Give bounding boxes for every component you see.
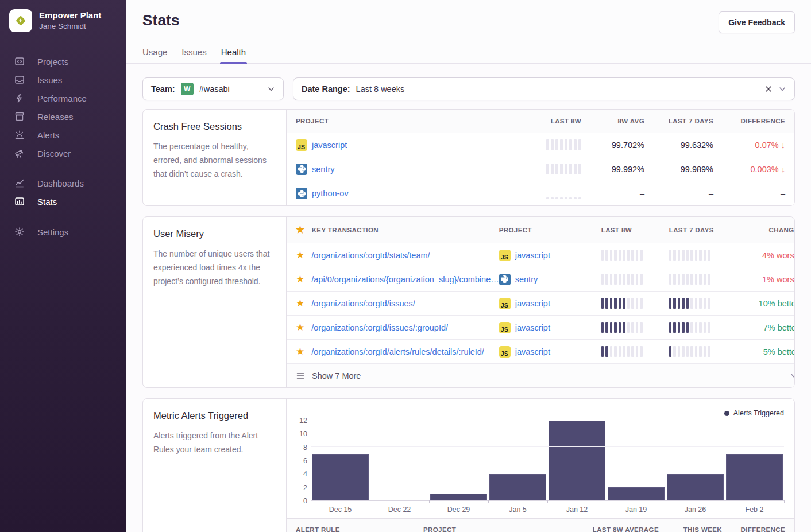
sidebar-item-stats[interactable]: Stats — [0, 193, 126, 210]
sidebar-item-label: Settings — [37, 227, 68, 237]
legend-dot-icon — [724, 411, 729, 416]
project-name: javascript — [312, 141, 347, 150]
team-select[interactable]: Team: W #wasabi — [142, 77, 284, 100]
project-name: javascript — [515, 299, 550, 308]
sidebar-item-label: Dashboards — [37, 178, 84, 188]
filter-row: Team: W #wasabi Date Range: Last 8 weeks — [142, 77, 795, 100]
key-transaction-star-icon[interactable]: ★ — [296, 250, 304, 260]
sidebar-item-discover[interactable]: Discover — [0, 145, 126, 162]
nav-divider-gap — [0, 211, 126, 222]
chart-plot-area — [311, 421, 784, 501]
column-project: PROJECT — [296, 118, 512, 125]
platform-icon: JS — [499, 274, 511, 285]
sidebar-item-performance[interactable]: Performance — [0, 90, 126, 107]
key-transaction-star-icon[interactable]: ★ — [296, 347, 304, 356]
crash-free-description: Crash Free Sessions The percentage of he… — [143, 110, 287, 205]
sparkline-last8w — [601, 346, 669, 357]
sidebar-item-label: Stats — [37, 197, 57, 207]
change-value: 7% better — [737, 323, 795, 332]
chart-x-labels: Dec 15Dec 22Dec 29Jan 5Jan 12Jan 19Jan 2… — [311, 501, 784, 518]
sidebar: Empower Plant Jane Schmidt Projects Issu… — [0, 0, 126, 532]
column-change: CHANGE — [737, 227, 795, 234]
sidebar-item-alerts[interactable]: Alerts — [0, 126, 126, 143]
project-link[interactable]: JS sentry — [296, 164, 512, 175]
sidebar-item-issues[interactable]: Issues — [0, 71, 126, 88]
sparkline-last8w — [601, 298, 669, 309]
sparkline-last7days — [669, 274, 737, 285]
settings-icon — [14, 227, 25, 237]
platform-icon: JS — [296, 188, 307, 199]
content-area: Team: W #wasabi Date Range: Last 8 weeks — [126, 64, 811, 532]
project-name: javascript — [515, 347, 550, 356]
key-transaction-star-icon[interactable]: ★ — [296, 298, 304, 308]
table-header: ★KEY TRANSACTION PROJECT LAST 8W LAST 7 … — [287, 217, 795, 243]
date-range-label: Date Range: — [302, 84, 350, 94]
team-label: Team: — [151, 84, 175, 94]
column-difference: DIFFERENCE — [713, 118, 785, 125]
show-more-button[interactable]: Show 7 More — [287, 364, 795, 387]
legend-label: Alerts Triggered — [733, 409, 784, 417]
page-title: Stats — [142, 11, 180, 29]
crash-free-table: PROJECT LAST 8W 8W AVG LAST 7 DAYS DIFFE… — [287, 110, 794, 205]
project-link[interactable]: JS javascript — [296, 139, 512, 151]
project-link[interactable]: JS python-ov — [296, 188, 512, 199]
date-range-select[interactable]: Date Range: Last 8 weeks — [293, 77, 795, 100]
sidebar-item-settings[interactable]: Settings — [0, 223, 126, 240]
date-range-value: Last 8 weeks — [356, 84, 405, 94]
project-link[interactable]: JSsentry — [499, 274, 601, 285]
tab-health[interactable]: Health — [221, 47, 246, 63]
team-avatar: W — [181, 83, 194, 95]
platform-icon: JS — [296, 139, 307, 151]
column-last8w: LAST 8W — [512, 118, 581, 125]
sidebar-item-label: Performance — [37, 94, 87, 103]
project-link[interactable]: JSjavascript — [499, 250, 601, 261]
transaction-link[interactable]: /organizations/:orgId/issues/ — [311, 299, 415, 308]
clear-date-button[interactable] — [764, 85, 773, 93]
platform-icon: JS — [499, 250, 511, 261]
issues-icon — [14, 75, 25, 85]
8w-avg-value: 99.992% — [581, 165, 644, 174]
project-name: sentry — [515, 275, 538, 284]
last7-value: 99.989% — [644, 165, 713, 174]
transaction-link[interactable]: /organizations/:orgId/alerts/rules/detai… — [311, 347, 484, 356]
table-header: PROJECT LAST 8W 8W AVG LAST 7 DAYS DIFFE… — [287, 110, 794, 133]
sidebar-item-releases[interactable]: Releases — [0, 108, 126, 125]
transaction-link[interactable]: /organizations/:orgId/issues/:groupId/ — [311, 323, 448, 332]
column-last8w: LAST 8W — [601, 227, 669, 234]
last7-value: – — [644, 189, 713, 198]
sidebar-item-label: Releases — [37, 112, 74, 122]
metric-alerts-panel: Metric Alerts Triggered Alerts triggered… — [142, 398, 795, 532]
sidebar-item-label: Alerts — [37, 130, 59, 140]
platform-icon: JS — [499, 346, 511, 358]
project-link[interactable]: JSjavascript — [499, 346, 601, 358]
sparkline-last7days — [669, 298, 737, 309]
stats-icon — [14, 196, 25, 207]
chevron-down-icon[interactable] — [778, 85, 786, 93]
nav-divider-gap — [0, 163, 126, 173]
table-row: ★/organizations/:orgId/issues/:groupId/ … — [287, 316, 795, 340]
give-feedback-button[interactable]: Give Feedback — [719, 11, 795, 33]
sparkline-last8w — [546, 139, 581, 150]
sidebar-item-projects[interactable]: Projects — [0, 53, 126, 70]
project-name: python-ov — [312, 189, 349, 198]
alerts-icon — [14, 130, 25, 140]
column-8wavg: 8W AVG — [581, 118, 644, 125]
sparkline-last8w — [546, 188, 581, 199]
project-link[interactable]: JSjavascript — [499, 298, 601, 309]
key-transaction-star-icon[interactable]: ★ — [296, 274, 304, 284]
transaction-link[interactable]: /api/0/organizations/{organization_slug}… — [311, 275, 499, 284]
metric-alerts-description: Metric Alerts Triggered Alerts triggered… — [143, 399, 287, 532]
sparkline-last8w — [546, 164, 581, 174]
panel-title: User Misery — [153, 228, 276, 239]
project-name: javascript — [515, 323, 550, 332]
sidebar-item-dashboards[interactable]: Dashboards — [0, 174, 126, 192]
project-link[interactable]: JSjavascript — [499, 322, 601, 333]
tab-issues[interactable]: Issues — [181, 47, 206, 63]
key-transaction-star-icon[interactable]: ★ — [296, 323, 304, 332]
project-name: javascript — [515, 251, 550, 260]
sparkline-last8w — [601, 250, 669, 261]
org-switcher[interactable]: Empower Plant Jane Schmidt — [0, 0, 126, 40]
platform-icon: JS — [296, 164, 307, 175]
transaction-link[interactable]: /organizations/:orgId/stats/team/ — [311, 251, 430, 260]
tab-usage[interactable]: Usage — [142, 47, 167, 63]
